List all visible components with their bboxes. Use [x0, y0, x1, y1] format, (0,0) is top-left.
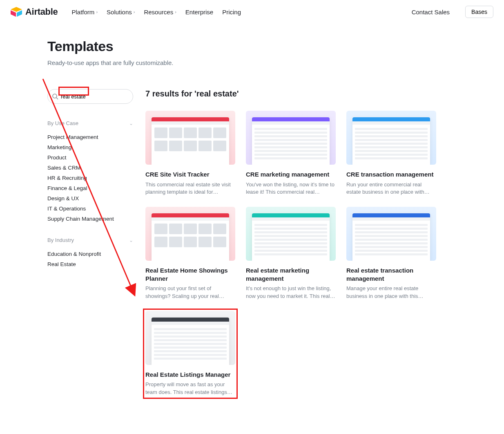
template-card-title: Real Estate Listings Manager — [145, 371, 235, 379]
template-card-title: CRE transaction management — [346, 170, 436, 179]
category-item[interactable]: Design & UX — [47, 193, 133, 204]
results-grid: CRE Site Visit TrackerThis commercial re… — [145, 111, 504, 396]
chevron-right-icon: › — [175, 9, 176, 14]
template-card-desc: Planning out your first set of showings?… — [145, 285, 235, 300]
nav-solutions[interactable]: Solutions› — [107, 9, 135, 16]
template-thumbnail — [346, 111, 436, 165]
template-card-title: Real estate transaction management — [346, 266, 436, 282]
airtable-logo-icon — [11, 7, 22, 17]
category-item[interactable]: Finance & Legal — [47, 183, 133, 193]
template-thumbnail — [145, 111, 235, 165]
template-card[interactable]: CRE marketing managementYou've won the l… — [246, 111, 336, 196]
template-card-desc: This commercial real estate site visit p… — [145, 181, 235, 197]
brand-logo[interactable]: Airtable — [11, 7, 58, 17]
template-card[interactable]: Real estate marketing managementIt's not… — [246, 207, 336, 300]
svg-point-3 — [53, 94, 57, 98]
category-item[interactable]: HR & Recruiting — [47, 173, 133, 183]
template-card-desc: You've won the listing, now it's time to… — [246, 181, 336, 197]
contact-sales-link[interactable]: Contact Sales — [412, 9, 450, 16]
search-input[interactable] — [61, 94, 128, 100]
results: 7 results for 'real estate' CRE Site Vis… — [145, 89, 504, 396]
template-thumbnail — [145, 311, 235, 365]
bases-button[interactable]: Bases — [465, 6, 493, 18]
search-wrap[interactable] — [47, 89, 133, 104]
template-card[interactable]: Real estate transaction managementManage… — [346, 207, 436, 300]
group-by-industry[interactable]: By Industry ⌄ — [47, 237, 133, 243]
template-card[interactable]: CRE transaction managementRun your entir… — [346, 111, 436, 196]
template-card-desc: Manage your entire real estate business … — [346, 285, 436, 300]
chevron-right-icon: › — [96, 9, 98, 14]
template-card-desc: It's not enough to just win the listing,… — [246, 285, 336, 300]
template-card-desc: Property will move as fast as your team … — [145, 381, 235, 396]
page-title: Templates — [47, 38, 504, 54]
template-card-title: Real estate marketing management — [246, 266, 336, 282]
template-thumbnail — [246, 207, 336, 261]
nav-enterprise[interactable]: Enterprise — [185, 9, 213, 16]
category-item[interactable]: Product — [47, 152, 133, 163]
nav-platform[interactable]: Platform› — [72, 9, 98, 16]
template-thumbnail — [246, 111, 336, 165]
nav-resources[interactable]: Resources› — [144, 9, 176, 16]
category-item[interactable]: Sales & CRM — [47, 163, 133, 173]
template-card-desc: Run your entire commercial real estate b… — [346, 181, 436, 197]
nav-pricing[interactable]: Pricing — [222, 9, 241, 16]
svg-line-4 — [56, 98, 58, 99]
group-by-use-case[interactable]: By Use Case ⌄ — [47, 120, 133, 126]
top-nav: Airtable Platform› Solutions› Resources›… — [0, 0, 504, 24]
nav-links: Platform› Solutions› Resources› Enterpri… — [72, 9, 241, 16]
category-item[interactable]: Project Management — [47, 132, 133, 142]
template-thumbnail — [145, 207, 235, 261]
results-count: 7 results for 'real estate' — [145, 89, 504, 98]
search-icon — [52, 93, 58, 100]
category-item[interactable]: Education & Nonprofit — [47, 249, 133, 259]
category-item[interactable]: IT & Operations — [47, 204, 133, 214]
brand-name: Airtable — [25, 7, 58, 17]
template-card-title: CRE marketing management — [246, 170, 336, 179]
use-case-list: Project ManagementMarketingProductSales … — [47, 132, 133, 224]
template-thumbnail — [346, 207, 436, 261]
template-card[interactable]: Real Estate Listings ManagerProperty wil… — [145, 311, 235, 396]
template-card-title: CRE Site Visit Tracker — [145, 170, 235, 179]
page-subtitle: Ready-to-use apps that are fully customi… — [47, 59, 504, 66]
sidebar: By Use Case ⌄ Project ManagementMarketin… — [47, 89, 133, 282]
template-card-title: Real Estate Home Showings Planner — [145, 266, 235, 282]
chevron-down-icon: ⌄ — [129, 237, 133, 243]
chevron-down-icon: ⌄ — [129, 121, 133, 126]
category-item[interactable]: Real Estate — [47, 259, 133, 269]
template-card[interactable]: Real Estate Home Showings PlannerPlannin… — [145, 207, 235, 300]
page: Templates Ready-to-use apps that are ful… — [0, 24, 504, 429]
template-card[interactable]: CRE Site Visit TrackerThis commercial re… — [145, 111, 235, 196]
industry-list: Education & NonprofitReal Estate — [47, 249, 133, 269]
category-item[interactable]: Marketing — [47, 142, 133, 152]
chevron-right-icon: › — [134, 9, 135, 14]
category-item[interactable]: Supply Chain Management — [47, 214, 133, 224]
